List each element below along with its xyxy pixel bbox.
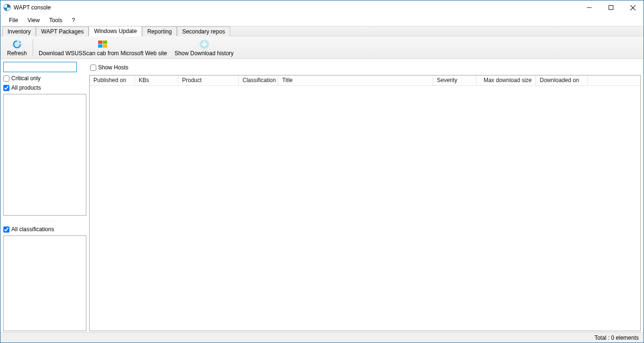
all-classifications-input[interactable] <box>3 226 9 233</box>
svg-rect-9 <box>103 44 107 48</box>
updates-grid[interactable]: Published on KBs Product Classification … <box>89 75 641 331</box>
window-title: WAPT console <box>14 4 578 11</box>
app-icon <box>3 4 11 11</box>
window-controls <box>578 0 644 15</box>
all-products-checkbox[interactable]: All products <box>3 84 86 91</box>
toolbar: Refresh Download WSUSScan cab from Micro… <box>0 36 644 59</box>
show-history-button[interactable]: Show Download history <box>171 36 237 59</box>
refresh-button[interactable]: Refresh <box>3 36 31 59</box>
menu-view[interactable]: View <box>23 16 44 25</box>
download-wsus-label: Download WSUSScan cab from Microsoft Web… <box>39 50 167 57</box>
download-wsus-button[interactable]: Download WSUSScan cab from Microsoft Web… <box>35 36 171 59</box>
left-pane: Critical only All products · · · · · · ·… <box>3 62 86 331</box>
tab-wapt-packages[interactable]: WAPT Packages <box>36 26 89 36</box>
tab-reporting[interactable]: Reporting <box>142 26 177 36</box>
search-input[interactable] <box>3 62 77 72</box>
windows-icon <box>98 39 108 50</box>
col-title[interactable]: Title <box>278 75 433 85</box>
grid-header: Published on KBs Product Classification … <box>90 75 640 86</box>
refresh-icon <box>12 39 22 50</box>
col-max-download-size[interactable]: Max download size <box>477 75 536 85</box>
menu-file[interactable]: File <box>4 16 23 25</box>
critical-only-input[interactable] <box>3 75 9 82</box>
svg-rect-7 <box>103 41 107 44</box>
right-pane: Show Hosts Published on KBs Product Clas… <box>89 62 641 331</box>
menu-tools[interactable]: Tools <box>44 16 67 25</box>
show-hosts-label: Show Hosts <box>98 64 128 71</box>
tab-windows-update[interactable]: Windows Update <box>89 26 142 36</box>
products-listbox[interactable] <box>3 94 86 216</box>
refresh-label: Refresh <box>7 50 27 57</box>
all-products-label: All products <box>11 84 41 91</box>
maximize-button[interactable] <box>600 0 622 15</box>
download-history-icon <box>199 39 209 50</box>
close-button[interactable] <box>622 0 644 15</box>
show-hosts-input[interactable] <box>90 65 96 71</box>
status-total: Total : 0 elements <box>594 335 639 341</box>
menubar: File View Tools ? <box>0 15 644 26</box>
col-classification[interactable]: Classification <box>239 75 278 85</box>
col-severity[interactable]: Severity <box>433 75 477 85</box>
tab-inventory[interactable]: Inventory <box>2 26 36 36</box>
show-hosts-checkbox[interactable]: Show Hosts <box>90 64 128 71</box>
statusbar: Total : 0 elements <box>0 332 644 343</box>
all-classifications-checkbox[interactable]: All classifications <box>3 226 86 233</box>
content-area: Critical only All products · · · · · · ·… <box>0 59 644 332</box>
tabstrip: Inventory WAPT Packages Windows Update R… <box>0 26 644 36</box>
critical-only-checkbox[interactable]: Critical only <box>3 75 86 82</box>
menu-help[interactable]: ? <box>67 16 80 25</box>
col-spacer <box>588 75 640 85</box>
col-downloaded-on[interactable]: Downloaded on <box>536 75 588 85</box>
col-kbs[interactable]: KBs <box>135 75 178 85</box>
col-product[interactable]: Product <box>178 75 239 85</box>
splitter-handle[interactable]: · · · · · · · · <box>3 218 86 223</box>
col-published-on[interactable]: Published on <box>90 75 135 85</box>
titlebar: WAPT console <box>0 0 644 15</box>
all-products-input[interactable] <box>3 85 9 91</box>
toolbar-separator <box>33 39 33 56</box>
classifications-listbox[interactable] <box>3 235 86 331</box>
critical-only-label: Critical only <box>11 75 41 82</box>
svg-rect-6 <box>98 41 102 44</box>
show-history-label: Show Download history <box>175 50 234 57</box>
tab-secondary-repos[interactable]: Secondary repos <box>177 26 230 36</box>
minimize-button[interactable] <box>578 0 600 15</box>
svg-rect-2 <box>609 6 613 10</box>
svg-rect-8 <box>98 44 102 48</box>
all-classifications-label: All classifications <box>11 226 54 233</box>
